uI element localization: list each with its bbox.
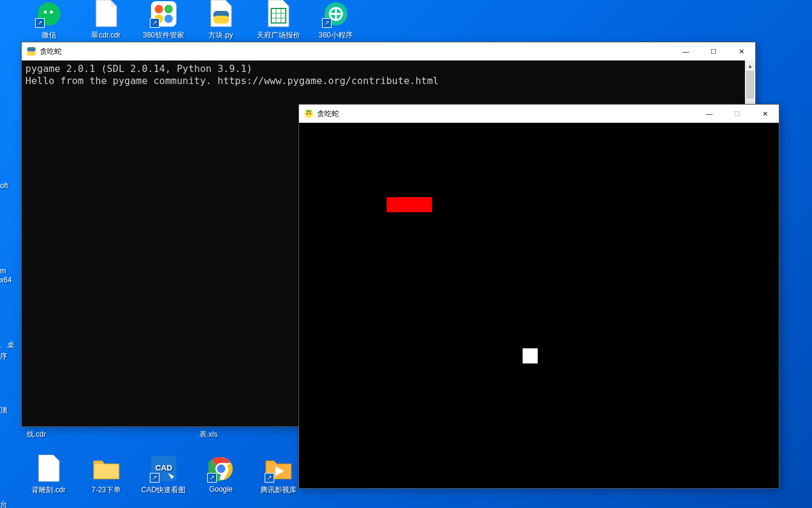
svg-rect-9 <box>213 16 229 24</box>
partial-label: oft <box>0 181 8 190</box>
icon-label: 方块.py <box>208 30 233 41</box>
svg-point-0 <box>37 2 60 25</box>
chrome-icon <box>207 455 235 483</box>
close-button[interactable]: ✕ <box>751 105 779 123</box>
game-title: 贪吃蛇 <box>317 109 339 119</box>
svg-rect-20 <box>27 51 36 56</box>
svg-point-5 <box>164 5 173 13</box>
pygame-app-icon <box>304 109 314 119</box>
food-block <box>523 348 538 363</box>
partial-label: 顶 <box>0 405 7 415</box>
app-icon <box>322 0 350 28</box>
icon-label: Google <box>209 485 233 493</box>
desktop-icon-folder[interactable]: 7-23下单 <box>77 455 135 504</box>
icon-label: 微信 <box>42 30 56 41</box>
svg-point-2 <box>50 11 53 14</box>
desktop-icon-chrome[interactable]: Google <box>192 455 250 504</box>
python-file-icon <box>207 0 235 28</box>
game-window[interactable]: 贪吃蛇 — ☐ ✕ <box>298 104 779 489</box>
cad-icon: CAD <box>150 455 178 483</box>
partial-label: 序 <box>0 351 7 362</box>
icon-label: CAD快速看图 <box>141 485 185 495</box>
partial-label: m <box>0 267 6 275</box>
console-titlebar[interactable]: 贪吃蛇 — ☐ ✕ <box>22 42 755 60</box>
minimize-button[interactable]: — <box>672 42 700 60</box>
svg-point-6 <box>155 15 163 23</box>
console-title: 贪吃蛇 <box>40 47 62 57</box>
svg-point-1 <box>44 11 47 14</box>
game-titlebar[interactable]: 贪吃蛇 — ☐ ✕ <box>299 105 779 123</box>
partial-label: 、桌 <box>0 340 14 350</box>
spreadsheet-icon <box>265 0 292 28</box>
console-line: Hello from the pygame community. https:/… <box>25 75 439 86</box>
video-folder-icon <box>265 455 292 483</box>
python-app-icon <box>27 47 36 56</box>
desktop: 微信 翠cdr.cdr 360软件管家 方块.py 天府广场报价 <box>0 0 812 508</box>
scroll-up-icon[interactable]: ▲ <box>745 60 755 71</box>
svg-rect-3 <box>151 1 176 27</box>
icon-label: 360软件管家 <box>143 30 184 41</box>
snake-segment <box>387 197 432 212</box>
icon-label: 翠cdr.cdr <box>91 30 120 41</box>
svg-point-4 <box>155 5 163 13</box>
minimize-button[interactable]: — <box>695 105 723 123</box>
desktop-icon-cdr-file-2[interactable]: 背雕刻.cdr <box>20 455 77 504</box>
icon-label: 7-23下单 <box>91 485 120 495</box>
icon-label: 360小程序 <box>318 30 352 41</box>
desktop-icon-cad[interactable]: CAD CAD快速看图 <box>135 455 192 504</box>
folder-icon <box>92 455 120 483</box>
svg-point-7 <box>164 15 173 23</box>
partial-label: 台 <box>0 500 7 508</box>
wechat-icon <box>35 0 63 28</box>
svg-point-23 <box>310 113 311 114</box>
svg-rect-19 <box>27 47 36 51</box>
game-canvas[interactable] <box>299 123 779 488</box>
maximize-button: ☐ <box>723 105 751 123</box>
icon-label: 背雕刻.cdr <box>31 485 65 495</box>
partial-label: 线.cdr <box>27 429 46 440</box>
icon-label: 腾讯影视库 <box>260 485 297 495</box>
console-line: pygame 2.0.1 (SDL 2.0.14, Python 3.9.1) <box>25 63 253 74</box>
scroll-thumb[interactable] <box>746 71 754 99</box>
file-icon <box>35 455 63 483</box>
icon-label: 天府广场报价 <box>257 30 300 41</box>
maximize-button[interactable]: ☐ <box>700 42 727 60</box>
svg-point-22 <box>307 113 308 114</box>
partial-label: 表.xls <box>199 429 218 440</box>
svg-text:CAD: CAD <box>155 463 172 472</box>
partial-label: x64 <box>0 276 11 284</box>
file-icon <box>92 0 120 28</box>
close-button[interactable]: ✕ <box>727 42 755 60</box>
app-icon <box>150 0 178 28</box>
desktop-icon-row-bottom: 背雕刻.cdr 7-23下单 CAD CAD快速看图 Google 腾讯影视库 <box>20 455 307 504</box>
